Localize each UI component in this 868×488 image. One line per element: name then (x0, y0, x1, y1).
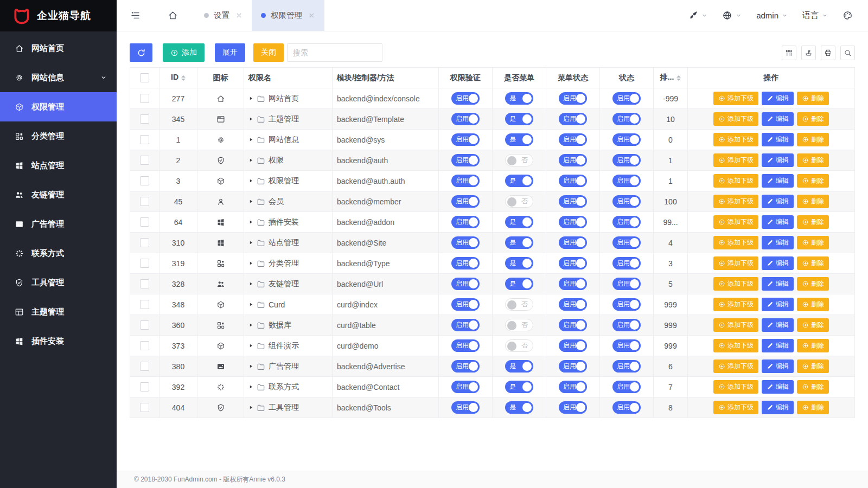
is-menu-toggle[interactable]: 是 (505, 133, 533, 146)
add-child-button[interactable]: 添加下级 (713, 133, 758, 146)
sidebar-item[interactable]: 插件安装 (0, 326, 117, 356)
add-child-button[interactable]: 添加下级 (713, 277, 758, 291)
status-toggle[interactable]: 启用 (612, 195, 641, 208)
fold-sidebar-button[interactable] (117, 0, 154, 31)
edit-button[interactable]: 编辑 (762, 112, 794, 126)
menu-status-toggle[interactable]: 启用 (559, 154, 587, 166)
menu-status-toggle[interactable]: 启用 (559, 257, 587, 269)
status-toggle[interactable]: 启用 (612, 175, 641, 187)
delete-button[interactable]: 删除 (797, 236, 829, 249)
add-child-button[interactable]: 添加下级 (713, 215, 758, 229)
expand-caret-icon[interactable] (248, 261, 253, 266)
language-menu[interactable]: 语言 (802, 10, 828, 21)
menu-status-toggle[interactable]: 启用 (559, 133, 587, 146)
auth-toggle[interactable]: 启用 (451, 175, 480, 187)
is-menu-toggle[interactable]: 是 (505, 236, 533, 249)
is-menu-toggle[interactable]: 是 (505, 216, 533, 228)
delete-button[interactable]: 删除 (797, 195, 829, 208)
delete-button[interactable]: 删除 (797, 92, 829, 105)
permission-name[interactable]: 工具管理 (248, 403, 328, 413)
expand-caret-icon[interactable] (248, 220, 253, 224)
menu-status-toggle[interactable]: 启用 (559, 175, 587, 187)
auth-toggle[interactable]: 启用 (451, 298, 480, 311)
is-menu-toggle[interactable]: 否 (505, 319, 533, 331)
expand-caret-icon[interactable] (248, 117, 253, 121)
permission-name[interactable]: 权限 (248, 156, 328, 165)
auth-toggle[interactable]: 启用 (451, 401, 480, 414)
menu-status-toggle[interactable]: 启用 (559, 360, 587, 373)
row-checkbox[interactable] (140, 341, 149, 350)
menu-status-toggle[interactable]: 启用 (559, 401, 587, 414)
expand-caret-icon[interactable] (248, 137, 253, 142)
edit-button[interactable]: 编辑 (762, 174, 794, 188)
search-button[interactable] (840, 46, 855, 60)
permission-name[interactable]: 插件安装 (248, 217, 328, 227)
status-toggle[interactable]: 启用 (612, 339, 641, 352)
permission-name[interactable]: 会员 (248, 197, 328, 207)
sort-icon[interactable] (181, 73, 186, 83)
delete-button[interactable]: 删除 (797, 298, 829, 311)
add-child-button[interactable]: 添加下级 (713, 174, 758, 188)
row-checkbox[interactable] (140, 259, 149, 268)
edit-button[interactable]: 编辑 (762, 92, 794, 105)
delete-button[interactable]: 删除 (797, 256, 829, 270)
delete-button[interactable]: 删除 (797, 380, 829, 394)
expand-caret-icon[interactable] (248, 405, 253, 410)
auth-toggle[interactable]: 启用 (451, 236, 480, 249)
refresh-button[interactable] (130, 43, 152, 62)
add-child-button[interactable]: 添加下级 (713, 339, 758, 352)
edit-button[interactable]: 编辑 (762, 339, 794, 352)
row-checkbox[interactable] (140, 362, 149, 371)
permission-name[interactable]: 联系方式 (248, 382, 328, 392)
edit-button[interactable]: 编辑 (762, 256, 794, 270)
delete-button[interactable]: 删除 (797, 112, 829, 126)
tab[interactable]: 权限管理 (252, 0, 324, 31)
menu-status-toggle[interactable]: 启用 (559, 278, 587, 290)
sidebar-item[interactable]: 联系方式 (0, 239, 117, 268)
auth-toggle[interactable]: 启用 (451, 278, 480, 290)
columns-button[interactable] (782, 46, 796, 60)
status-toggle[interactable]: 启用 (612, 381, 641, 393)
sidebar-item[interactable]: 工具管理 (0, 268, 117, 297)
permission-name[interactable]: 权限管理 (248, 176, 328, 186)
auth-toggle[interactable]: 启用 (451, 360, 480, 373)
search-input[interactable] (287, 43, 382, 62)
status-toggle[interactable]: 启用 (612, 92, 641, 105)
expand-caret-icon[interactable] (248, 343, 253, 348)
sidebar-item[interactable]: 网站首页 (0, 34, 117, 63)
sort-icon[interactable] (676, 73, 681, 83)
delete-button[interactable]: 删除 (797, 401, 829, 414)
status-toggle[interactable]: 启用 (612, 236, 641, 249)
export-button[interactable] (801, 46, 816, 60)
status-toggle[interactable]: 启用 (612, 257, 641, 269)
sidebar-item[interactable]: 站点管理 (0, 151, 117, 180)
edit-button[interactable]: 编辑 (762, 359, 794, 373)
row-checkbox[interactable] (140, 403, 149, 412)
auth-toggle[interactable]: 启用 (451, 92, 480, 105)
row-checkbox[interactable] (140, 114, 149, 124)
auth-toggle[interactable]: 启用 (451, 154, 480, 166)
menu-status-toggle[interactable]: 启用 (559, 92, 587, 105)
expand-button[interactable]: 展开 (215, 43, 245, 62)
is-menu-toggle[interactable]: 是 (505, 401, 533, 414)
row-checkbox[interactable] (140, 320, 149, 330)
delete-button[interactable]: 删除 (797, 359, 829, 373)
permission-name[interactable]: 网站信息 (248, 135, 328, 145)
edit-button[interactable]: 编辑 (762, 215, 794, 229)
status-toggle[interactable]: 启用 (612, 133, 641, 146)
expand-caret-icon[interactable] (248, 158, 253, 163)
menu-status-toggle[interactable]: 启用 (559, 381, 587, 393)
home-button[interactable] (154, 0, 192, 31)
edit-button[interactable]: 编辑 (762, 153, 794, 167)
delete-button[interactable]: 删除 (797, 318, 829, 332)
status-toggle[interactable]: 启用 (612, 401, 641, 414)
permission-name[interactable]: 数据库 (248, 320, 328, 330)
auth-toggle[interactable]: 启用 (451, 113, 480, 125)
delete-button[interactable]: 删除 (797, 215, 829, 229)
edit-button[interactable]: 编辑 (762, 401, 794, 414)
add-child-button[interactable]: 添加下级 (713, 195, 758, 208)
row-checkbox[interactable] (140, 94, 149, 103)
menu-status-toggle[interactable]: 启用 (559, 319, 587, 331)
tab-close-icon[interactable] (308, 12, 315, 19)
clear-cache-menu[interactable] (688, 10, 707, 21)
